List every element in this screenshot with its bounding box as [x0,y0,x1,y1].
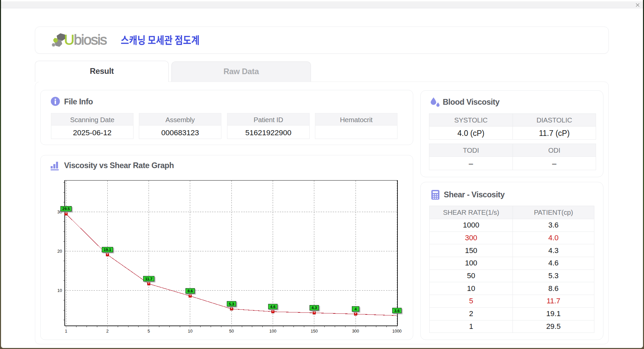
svg-text:150: 150 [311,329,318,334]
svg-text:19.1: 19.1 [104,248,111,252]
svg-text:1000: 1000 [392,329,401,334]
svg-text:2: 2 [106,329,109,334]
svg-text:1: 1 [65,329,67,334]
svg-text:29.5: 29.5 [62,207,70,211]
svg-text:3.6: 3.6 [394,309,399,313]
svg-text:4.6: 4.6 [270,305,276,309]
svg-text:4: 4 [355,307,357,311]
svg-text:10: 10 [57,288,62,293]
svg-text:11.7: 11.7 [145,277,153,281]
svg-text:300: 300 [352,329,359,334]
svg-text:100: 100 [269,329,276,334]
svg-text:4.3: 4.3 [312,306,317,310]
svg-text:10: 10 [188,329,193,334]
svg-text:20: 20 [57,249,62,254]
svg-text:50: 50 [229,329,234,334]
svg-text:5.3: 5.3 [229,302,234,306]
svg-text:5: 5 [148,329,150,334]
svg-text:8.6: 8.6 [187,289,193,293]
